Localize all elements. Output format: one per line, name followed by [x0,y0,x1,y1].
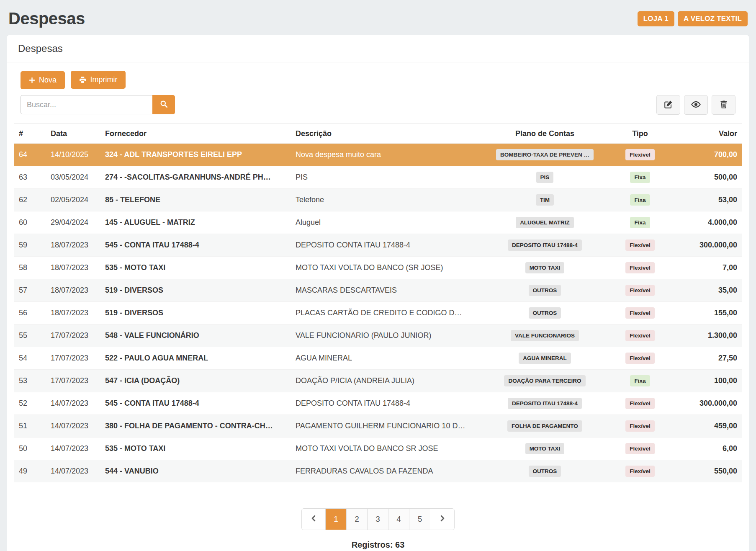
table-row[interactable]: 50 14/07/2023 535 - MOTO TAXI MOTO TAXI … [14,438,742,460]
row-value: 700,00 [661,144,742,166]
search-input[interactable] [21,95,152,114]
delete-button[interactable] [712,95,735,115]
row-account: OUTROS [471,460,619,483]
account-badge: OUTROS [529,285,561,296]
page-top-bar: Despesas LOJA 1 A VELOZ TEXTIL [7,7,749,35]
column-header-description: Descrição [291,124,471,144]
row-value: 459,00 [661,415,742,438]
row-id: 50 [14,438,46,460]
table-row[interactable]: 63 03/05/2024 274 - -SACOLITAS-GARANHUNS… [14,166,742,189]
row-type: Flexível [619,347,661,370]
row-date: 17/07/2023 [46,324,100,347]
pagination-page-button[interactable]: 3 [368,509,388,530]
column-header-type: Tipo [619,124,661,144]
row-id: 52 [14,392,46,415]
column-header-account: Plano de Contas [471,124,619,144]
row-account: DOAÇÃO PARA TERCEIRO [471,370,619,392]
pagination-page-button[interactable]: 4 [388,509,409,530]
table-row[interactable]: 60 29/04/2024 145 - ALUGUEL - MATRIZ Alu… [14,211,742,234]
table-row[interactable]: 51 14/07/2023 380 - FOLHA DE PAGAMENTO -… [14,415,742,438]
table-row[interactable]: 53 17/07/2023 547 - ICIA (DOAÇÃO) DOAÇÃO… [14,370,742,392]
row-description: DEPOSITO CONTA ITAU 17488-4 [291,392,471,415]
pagination-page-button[interactable]: 1 [326,509,347,530]
account-badge: OUTROS [529,466,561,477]
account-badge: PIS [536,172,554,183]
row-supplier: 324 - ADL TRANSPORTES EIRELI EPP [100,144,291,166]
search-icon [160,100,168,109]
row-id: 58 [14,257,46,279]
pagination-prev-button[interactable] [302,509,326,530]
row-supplier: 522 - PAULO AGUA MNERAL [100,347,291,370]
row-type: Fixa [619,189,661,211]
row-account: OUTROS [471,302,619,324]
type-badge: Flexível [625,398,655,409]
row-account: VALE FUNCIONARIOS [471,324,619,347]
type-badge: Flexível [625,443,655,454]
page: Despesas LOJA 1 A VELOZ TEXTIL Despesas … [0,0,756,551]
table-row[interactable]: 59 18/07/2023 545 - CONTA ITAU 17488-4 D… [14,234,742,257]
table-header: # Data Fornecedor Descrição Plano de Con… [14,124,742,144]
row-type: Flexível [619,438,661,460]
store-badges: LOJA 1 A VELOZ TEXTIL [638,11,748,26]
store-badge-loja[interactable]: LOJA 1 [638,11,674,26]
row-account: ALUGUEL MATRIZ [471,211,619,234]
row-value: 100,00 [661,370,742,392]
panel-body: Nova Imprimir [7,62,749,551]
table-row[interactable]: 64 14/10/2025 324 - ADL TRANSPORTES EIRE… [14,144,742,166]
row-description: DOAÇÃO P/ICIA (ANDREIA JULIA) [291,370,471,392]
row-description: Telefone [291,189,471,211]
row-date: 18/07/2023 [46,257,100,279]
row-id: 54 [14,347,46,370]
table-row[interactable]: 56 18/07/2023 519 - DIVERSOS PLACAS CART… [14,302,742,324]
account-badge: AGUA MINERAL [519,353,571,364]
view-button[interactable] [684,95,708,115]
pagination-page-button[interactable]: 2 [347,509,368,530]
table-row[interactable]: 52 14/07/2023 545 - CONTA ITAU 17488-4 D… [14,392,742,415]
table-row[interactable]: 54 17/07/2023 522 - PAULO AGUA MNERAL AG… [14,347,742,370]
pagination-page-button[interactable]: 5 [409,509,430,530]
account-badge: OUTROS [529,307,561,319]
row-id: 49 [14,460,46,483]
row-supplier: 535 - MOTO TAXI [100,257,291,279]
row-id: 64 [14,144,46,166]
edit-button[interactable] [656,95,680,115]
table-row[interactable]: 58 18/07/2023 535 - MOTO TAXI MOTO TAXI … [14,257,742,279]
row-description: DEPOSITO CONTA ITAU 17488-4 [291,234,471,257]
plus-icon [29,77,35,83]
type-badge: Fixa [630,217,650,228]
row-value: 550,00 [661,460,742,483]
type-badge: Flexível [625,353,655,364]
column-header-id: # [14,124,46,144]
row-id: 53 [14,370,46,392]
table-row[interactable]: 62 02/05/2024 85 - TELEFONE Telefone TIM… [14,189,742,211]
store-badge-company[interactable]: A VELOZ TEXTIL [678,11,748,26]
row-date: 29/04/2024 [46,211,100,234]
type-badge: Fixa [630,375,650,386]
table-row[interactable]: 49 14/07/2023 544 - VANUBIO FERRADURAS C… [14,460,742,483]
row-value: 53,00 [661,189,742,211]
table-row[interactable]: 57 18/07/2023 519 - DIVERSOS MASCARAS DE… [14,279,742,302]
row-id: 57 [14,279,46,302]
account-badge: ALUGUEL MATRIZ [516,217,574,228]
account-badge: DEPOSITO ITAU 17488-4 [508,398,582,409]
search-button[interactable] [152,95,175,114]
print-label: Imprimir [90,75,117,84]
panel-title: Despesas [7,35,749,62]
print-button[interactable]: Imprimir [71,71,126,89]
pagination-wrap: 12345 [14,508,742,530]
pagination-next-button[interactable] [430,509,454,530]
new-expense-button[interactable]: Nova [21,71,65,89]
table-row[interactable]: 55 17/07/2023 548 - VALE FUNCIONÁRIO VAL… [14,324,742,347]
row-value: 27,50 [661,347,742,370]
row-supplier: 145 - ALUGUEL - MATRIZ [100,211,291,234]
type-badge: Fixa [630,194,650,206]
eye-icon [691,100,701,111]
row-type: Flexível [619,234,661,257]
column-header-value: Valor [661,124,742,144]
row-date: 14/10/2025 [46,144,100,166]
type-badge: Flexível [625,285,655,296]
expenses-table: # Data Fornecedor Descrição Plano de Con… [14,123,742,482]
chevron-left-icon [311,515,316,524]
row-account: MOTO TAXI [471,257,619,279]
row-id: 56 [14,302,46,324]
